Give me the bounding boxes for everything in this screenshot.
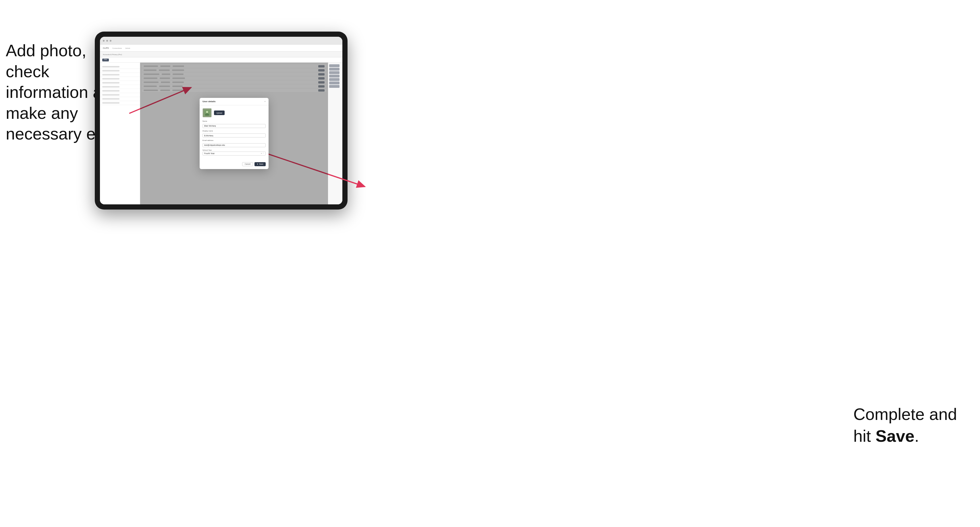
photo-upload-section: Upload (202, 108, 266, 117)
sidebar-row-8 (100, 93, 140, 97)
right-col-btn-4 (329, 75, 339, 78)
tablet-outer-frame: CLIPD Connections Admin Accounts & Priva… (95, 32, 348, 210)
screen-subheader: Accounts & Privacy (Pro) (100, 52, 342, 57)
school-year-select[interactable]: Fourth Year × ⌃ (202, 152, 266, 156)
display-name-field-group: Display name (202, 130, 266, 138)
email-input[interactable] (202, 143, 266, 147)
school-year-clear-icon[interactable]: × (261, 152, 262, 154)
sidebar-row-5 (100, 81, 140, 85)
school-year-value: Fourth Year (204, 152, 215, 154)
user-details-modal: User details × (200, 98, 269, 169)
right-col-btn-6 (329, 81, 339, 84)
svg-point-1 (206, 111, 208, 113)
modal-body: Upload Name Display name (200, 105, 269, 160)
sidebar-row-10 (100, 101, 140, 105)
sidebar-row-9 (100, 97, 140, 101)
header-dot-1 (103, 40, 105, 41)
sidebar-row-3 (100, 73, 140, 77)
sidebar-row-2 (100, 69, 140, 73)
right-col-btn-1 (329, 64, 339, 67)
save-icon: ⬆ (257, 163, 258, 165)
email-label: Email address (202, 140, 266, 141)
modal-title: User details (202, 100, 215, 103)
save-label: Save (259, 163, 263, 165)
tablet-screen: CLIPD Connections Admin Accounts & Priva… (100, 37, 342, 204)
display-name-label: Display name (202, 130, 266, 132)
person-photo-icon (204, 110, 210, 116)
cancel-button[interactable]: Cancel (242, 162, 253, 166)
school-year-field-group: School Year Fourth Year × ⌃ (202, 149, 266, 156)
nav-brand: CLIPD (103, 47, 109, 49)
sidebar-row-6 (100, 85, 140, 89)
screen-sidebar (100, 63, 140, 204)
sidebar-row-4 (100, 77, 140, 81)
name-input[interactable] (202, 124, 266, 128)
nav-item-connections: Connections (112, 48, 122, 49)
right-col-btn-3 (329, 71, 339, 74)
annotation-right: Complete and hit Save. (853, 403, 957, 447)
right-col-btn-7 (329, 85, 339, 88)
name-field-group: Name (202, 120, 266, 128)
upload-photo-button[interactable]: Upload (214, 111, 224, 115)
sidebar-row-7 (100, 89, 140, 93)
save-button[interactable]: ⬆ Save (255, 162, 266, 166)
modal-close-button[interactable]: × (264, 100, 266, 103)
display-name-input[interactable] (202, 133, 266, 138)
header-dot-3 (110, 40, 111, 41)
screen-main-table: User details × (140, 63, 328, 204)
screen-right-column (328, 63, 342, 204)
school-year-label: School Year (202, 149, 266, 151)
screen-toolbar: Filter (100, 57, 342, 63)
modal-footer: Cancel ⬆ Save (200, 160, 269, 169)
photo-thumbnail (202, 108, 212, 117)
screen-header-bar (100, 37, 342, 45)
subheader-label: Accounts & Privacy (Pro) (103, 54, 122, 56)
sidebar-row-1 (100, 65, 140, 69)
modal-overlay: User details × (140, 63, 328, 204)
screen-content-area: User details × (100, 63, 342, 204)
screen-nav: CLIPD Connections Admin (100, 45, 342, 52)
right-col-btn-5 (329, 78, 339, 81)
tablet-device: CLIPD Connections Admin Accounts & Priva… (95, 32, 348, 210)
right-col-btn-2 (329, 68, 339, 71)
email-field-group: Email address (202, 140, 266, 147)
filter-button[interactable]: Filter (102, 59, 109, 62)
name-label: Name (202, 120, 266, 122)
modal-header: User details × (200, 98, 269, 105)
header-dot-2 (106, 40, 108, 41)
school-year-chevron-icon: ⌃ (262, 152, 264, 154)
nav-item-admin: Admin (125, 48, 130, 49)
